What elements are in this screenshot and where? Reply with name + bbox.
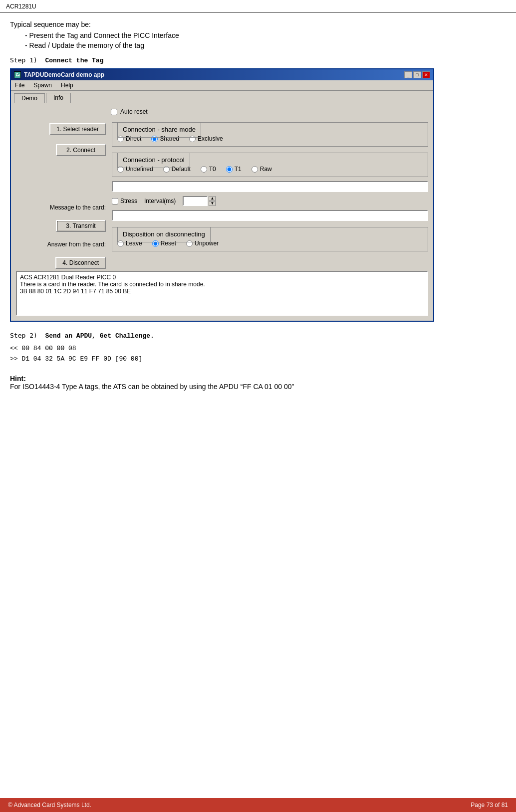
step1-bold: Connect the Tag — [45, 57, 103, 64]
window-title: TAPDUDemoCard demo app — [24, 71, 104, 78]
message-input-row: 00 84 00 00 08 — [112, 181, 428, 192]
header-title: ACR1281U — [6, 3, 36, 10]
step2-label: Step 2) Send an APDU, Get Challenge. — [10, 332, 506, 340]
spinner-down[interactable]: ▼ — [209, 201, 216, 206]
menu-file[interactable]: File — [13, 81, 26, 89]
auto-reset-label: Auto reset — [120, 108, 148, 115]
page-header: ACR1281U — [0, 0, 516, 12]
step2-block: Step 2) Send an APDU, Get Challenge. << … — [10, 332, 506, 365]
main-content: Typical sequence may be: Present the Tag… — [0, 12, 516, 399]
menu-spawn[interactable]: Spawn — [31, 81, 54, 89]
disposition-legend: Disposition on disconnecting — [117, 227, 211, 242]
transmit-button[interactable]: 3. Transmit — [56, 220, 106, 232]
hint-title: Hint: — [10, 375, 26, 383]
answer-label: Answer from the card: — [47, 241, 106, 248]
left-col: 1. Select reader 2. Connect Message to t… — [16, 120, 106, 269]
intro-line1: Typical sequence may be: — [10, 20, 506, 28]
footer-left: © Advanced Card Systems Ltd. — [8, 802, 91, 809]
connection-share-group: Connection - share mode Direct Shared — [112, 122, 428, 147]
menu-help[interactable]: Help — [59, 81, 75, 89]
message-input[interactable]: 00 84 00 00 08 — [112, 181, 428, 192]
bullet-item-2: Read / Update the memory of the tag — [25, 41, 506, 49]
proto-t1[interactable]: T1 — [226, 166, 242, 173]
step2-code-line1: << 00 84 00 00 08 — [10, 344, 506, 354]
tabs-bar: Demo Info — [11, 91, 433, 103]
interval-label: Interval(ms) — [144, 198, 176, 204]
page-footer: © Advanced Card Systems Ltd. Page 73 of … — [0, 798, 516, 812]
proto-raw[interactable]: Raw — [252, 166, 272, 173]
menubar: File Spawn Help — [11, 80, 433, 91]
demo-window: 🗂 TAPDUDemoCard demo app _ □ ✕ File Spaw… — [10, 68, 434, 322]
answer-input[interactable]: Answer:C6 1B B6 92 98 75 0D 6C 90 00[$90… — [112, 210, 428, 221]
close-button[interactable]: ✕ — [422, 71, 430, 78]
stress-checkbox[interactable] — [112, 198, 118, 204]
spinner-buttons: ▲ ▼ — [209, 196, 216, 206]
status-area: ACS ACR1281 Dual Reader PICC 0 There is … — [16, 271, 428, 316]
spinner-up[interactable]: ▲ — [209, 196, 216, 201]
window-icon: 🗂 — [14, 71, 21, 78]
auto-reset-row: Auto reset — [16, 108, 428, 115]
titlebar-left: 🗂 TAPDUDemoCard demo app — [14, 71, 104, 78]
window-body: Auto reset 1. Select reader 2. Connect M… — [11, 103, 433, 321]
disconnect-button[interactable]: 4. Disconnect — [55, 257, 106, 269]
footer-right: Page 73 of 81 — [471, 802, 508, 809]
form-layout: 1. Select reader 2. Connect Message to t… — [16, 120, 428, 269]
bullet-list: Present the Tag and Connect the PICC Int… — [25, 31, 506, 49]
tab-demo[interactable]: Demo — [14, 93, 45, 103]
status-line-3: 3B 88 80 01 1C 2D 94 11 F7 71 85 00 BE — [20, 288, 424, 295]
minimize-button[interactable]: _ — [404, 71, 412, 78]
status-line-2: There is a card in the reader. The card … — [20, 281, 424, 288]
message-label: Message to the card: — [50, 204, 106, 211]
connection-protocol-group: Connection - protocol Undefined Default — [112, 153, 428, 177]
disposition-group: Disposition on disconnecting Leave Reset — [112, 227, 428, 251]
stress-checkbox-label[interactable]: Stress — [112, 198, 137, 204]
right-col: Connection - share mode Direct Shared — [112, 120, 428, 269]
answer-input-row: Answer:C6 1B B6 92 98 75 0D 6C 90 00[$90… — [112, 210, 428, 221]
auto-reset-checkbox[interactable] — [111, 109, 117, 115]
proto-t0[interactable]: T0 — [201, 166, 216, 173]
connection-share-legend: Connection - share mode — [117, 122, 201, 138]
hint-block: Hint: For ISO14443-4 Type A tags, the AT… — [10, 375, 506, 391]
stress-label: Stress — [120, 198, 137, 204]
step2-bold: Send an APDU, Get Challenge. — [45, 332, 154, 340]
hint-text: For ISO14443-4 Type A tags, the ATS can … — [10, 383, 506, 391]
maximize-button[interactable]: □ — [413, 71, 421, 78]
connect-button[interactable]: 2. Connect — [56, 144, 106, 156]
titlebar-controls: _ □ ✕ — [404, 71, 430, 78]
stress-row: Stress Interval(ms) 500 ▲ ▼ — [112, 196, 428, 206]
select-reader-button[interactable]: 1. Select reader — [49, 123, 106, 135]
connection-protocol-legend: Connection - protocol — [117, 153, 190, 168]
interval-spinner: 500 ▲ ▼ — [183, 196, 216, 206]
step2-code-line2: >> D1 04 32 5A 9C E9 FF 0D [90 00] — [10, 354, 506, 365]
bullet-item-1: Present the Tag and Connect the PICC Int… — [25, 31, 506, 39]
interval-input[interactable]: 500 — [183, 196, 208, 206]
tab-info[interactable]: Info — [46, 93, 71, 103]
window-titlebar: 🗂 TAPDUDemoCard demo app _ □ ✕ — [11, 69, 433, 80]
status-line-1: ACS ACR1281 Dual Reader PICC 0 — [20, 274, 424, 281]
step1-label: Step 1) Connect the Tag — [10, 56, 506, 64]
